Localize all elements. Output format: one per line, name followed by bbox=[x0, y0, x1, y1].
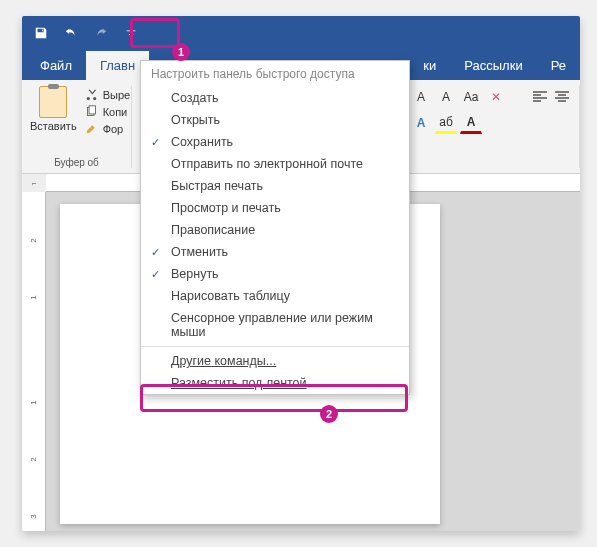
grow-font-button[interactable]: A bbox=[410, 86, 432, 108]
font-color-button[interactable]: A bbox=[460, 112, 482, 134]
text-effects-button[interactable]: A bbox=[410, 112, 432, 134]
menu-item-open[interactable]: Открыть bbox=[141, 109, 409, 131]
format-painter-button[interactable]: Фор bbox=[85, 122, 130, 135]
menu-item-below-ribbon[interactable]: Разместить под лентой bbox=[141, 372, 409, 394]
menu-separator bbox=[141, 346, 409, 347]
customize-qat-button[interactable] bbox=[122, 24, 140, 42]
copy-icon bbox=[85, 105, 98, 118]
menu-item-redo[interactable]: Вернуть bbox=[141, 263, 409, 285]
menu-item-save[interactable]: Сохранить bbox=[141, 131, 409, 153]
change-case-button[interactable]: Aa bbox=[460, 86, 482, 108]
clipboard-group-label: Буфер об bbox=[22, 157, 131, 168]
menu-item-undo[interactable]: Отменить bbox=[141, 241, 409, 263]
shrink-font-button[interactable]: A bbox=[435, 86, 457, 108]
paste-button[interactable]: Вставить bbox=[30, 86, 77, 135]
menu-item-new[interactable]: Создать bbox=[141, 87, 409, 109]
align-left-button[interactable] bbox=[530, 86, 549, 108]
menu-item-draw-table[interactable]: Нарисовать таблицу bbox=[141, 285, 409, 307]
menu-item-email[interactable]: Отправить по электронной почте bbox=[141, 153, 409, 175]
copy-button[interactable]: Копи bbox=[85, 105, 130, 118]
svg-rect-1 bbox=[89, 106, 96, 114]
menu-title: Настроить панель быстрого доступа bbox=[141, 61, 409, 87]
menu-item-spelling[interactable]: Правописание bbox=[141, 219, 409, 241]
save-icon[interactable] bbox=[32, 24, 50, 42]
paste-icon bbox=[39, 86, 67, 118]
tab-partial[interactable]: ки bbox=[409, 51, 450, 80]
tab-mailings[interactable]: Рассылки bbox=[450, 51, 536, 80]
paste-label: Вставить bbox=[30, 120, 77, 132]
menu-item-quick-print[interactable]: Быстрая печать bbox=[141, 175, 409, 197]
scissors-icon bbox=[85, 88, 98, 101]
vertical-ruler[interactable]: 2 1 1 2 3 bbox=[22, 192, 46, 531]
redo-icon[interactable] bbox=[92, 24, 110, 42]
customize-qat-menu: Настроить панель быстрого доступа Создат… bbox=[140, 60, 410, 395]
clear-format-button[interactable]: ✕ bbox=[485, 86, 507, 108]
ruler-corner: ⌐ bbox=[22, 174, 46, 192]
tab-file[interactable]: Файл bbox=[26, 51, 86, 80]
paragraph-group bbox=[522, 86, 580, 168]
annotation-badge-1: 1 bbox=[172, 43, 190, 61]
quick-access-toolbar bbox=[22, 16, 580, 50]
undo-icon[interactable] bbox=[62, 24, 80, 42]
menu-item-print-preview[interactable]: Просмотр и печать bbox=[141, 197, 409, 219]
clipboard-group: Вставить Выре Копи Фор bbox=[22, 86, 132, 168]
annotation-badge-2: 2 bbox=[320, 405, 338, 423]
highlight-button[interactable]: aб bbox=[435, 112, 457, 134]
menu-item-touch-mode[interactable]: Сенсорное управление или режим мыши bbox=[141, 307, 409, 343]
menu-item-more-commands[interactable]: Другие команды... bbox=[141, 350, 409, 372]
tab-review[interactable]: Ре bbox=[537, 51, 580, 80]
brush-icon bbox=[85, 122, 98, 135]
align-center-button[interactable] bbox=[552, 86, 571, 108]
cut-button[interactable]: Выре bbox=[85, 88, 130, 101]
